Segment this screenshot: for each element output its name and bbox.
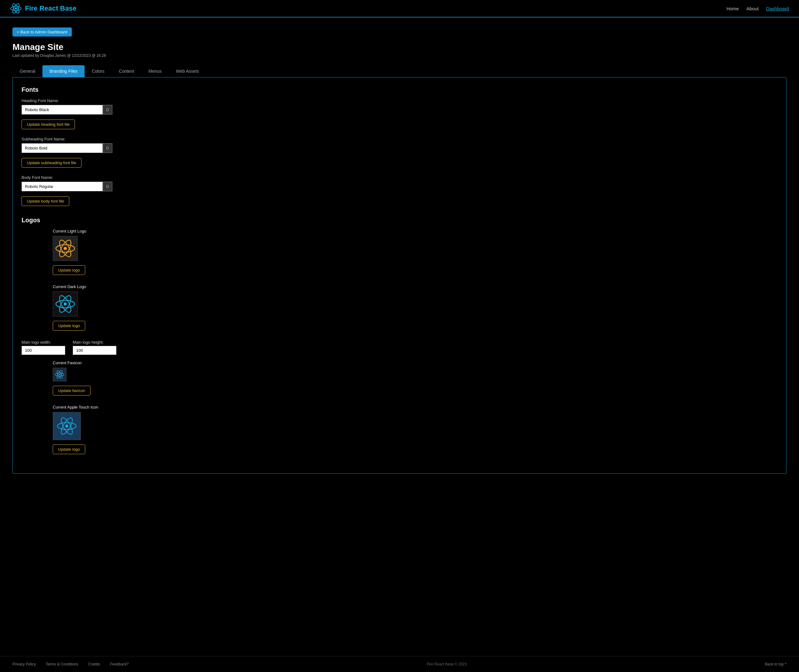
height-input[interactable]	[73, 346, 117, 355]
favicon-icon	[54, 369, 65, 380]
update-light-logo-btn[interactable]: Update logo	[53, 265, 85, 275]
touch-icon-preview	[53, 412, 81, 440]
dark-logo-preview	[53, 291, 78, 317]
dark-logo-title: Current Dark Logo	[53, 284, 86, 289]
react-logo-icon	[10, 3, 22, 14]
logo-dimensions: Main logo width: Main logo height:	[22, 340, 777, 355]
page-subtitle: Last updated by Douglas James @ 12/22/20…	[13, 53, 786, 58]
footer-copyright: Fire React Base © 2023	[427, 662, 467, 666]
back-to-top[interactable]: Back to top ^	[765, 662, 786, 666]
width-group: Main logo width:	[22, 340, 65, 355]
tab-branding-files[interactable]: Branding Files	[42, 65, 85, 77]
nav-links: Home About Dashboard	[726, 6, 789, 11]
favicon-preview	[53, 368, 67, 381]
footer-credits[interactable]: Credits	[88, 662, 100, 666]
light-logo-icon	[54, 238, 76, 259]
update-heading-font-btn[interactable]: Update heading font file	[22, 120, 75, 129]
body-font-input[interactable]	[22, 182, 103, 191]
footer-links: Privacy Policy Terms & Conditions Credit…	[13, 662, 129, 666]
tab-colors[interactable]: Colors	[85, 65, 112, 77]
width-label: Main logo width:	[22, 340, 65, 345]
main-content: < Back to Admin Dashboard Manage Site La…	[0, 18, 799, 656]
footer-terms[interactable]: Terms & Conditions	[46, 662, 78, 666]
footer-privacy[interactable]: Privacy Policy	[13, 662, 36, 666]
touch-icon-block: Current Apple Touch Icon Update logo	[53, 405, 777, 457]
favicon-block: Current Favicon Update favicon	[53, 360, 777, 398]
width-input[interactable]	[22, 346, 65, 355]
heading-font-label: Heading Font Name:	[22, 98, 777, 103]
update-body-font-btn[interactable]: Update body font file	[22, 196, 69, 206]
navbar: Fire React Base Home About Dashboard	[0, 0, 799, 18]
brand: Fire React Base	[10, 3, 726, 14]
page-title: Manage Site	[13, 42, 786, 52]
heading-font-icon-btn[interactable]: D	[103, 105, 112, 115]
footer: Privacy Policy Terms & Conditions Credit…	[0, 656, 799, 672]
tab-web-assets[interactable]: Web Assets	[169, 65, 206, 77]
update-dark-logo-btn[interactable]: Update logo	[53, 321, 85, 331]
fonts-section: Fonts Heading Font Name: D Update headin…	[22, 86, 777, 209]
tab-general[interactable]: General	[13, 65, 42, 77]
height-group: Main logo height:	[73, 340, 117, 355]
svg-point-3	[15, 8, 17, 10]
back-button[interactable]: < Back to Admin Dashboard	[13, 27, 72, 37]
body-font-icon-btn[interactable]: D	[103, 182, 112, 191]
favicon-title: Current Favicon	[53, 360, 81, 365]
tab-menus[interactable]: Menus	[141, 65, 169, 77]
subheading-font-icon-btn[interactable]: D	[103, 143, 112, 153]
heading-font-input[interactable]	[22, 105, 103, 115]
subheading-font-input[interactable]	[22, 143, 103, 153]
update-touch-icon-btn[interactable]: Update logo	[53, 445, 85, 454]
tabs: General Branding Files Colors Content Me…	[13, 65, 786, 77]
logos-title: Logos	[22, 217, 777, 224]
heading-font-row: D	[22, 105, 777, 115]
svg-point-16	[59, 374, 61, 376]
touch-icon-svg	[54, 414, 79, 438]
dark-logo-block: Current Dark Logo Update logo	[53, 284, 777, 334]
brand-text: Fire React Base	[25, 4, 77, 13]
update-favicon-btn[interactable]: Update favicon	[53, 386, 91, 395]
light-logo-block: Current Light Logo Update logo	[53, 229, 777, 278]
fonts-title: Fonts	[22, 86, 777, 93]
footer-feedback[interactable]: Feedback?	[110, 662, 129, 666]
subheading-font-label: Subheading Font Name:	[22, 137, 777, 141]
nav-dashboard[interactable]: Dashboard	[766, 6, 789, 11]
update-subheading-font-btn[interactable]: Update subheading font file	[22, 158, 81, 168]
nav-about[interactable]: About	[746, 6, 758, 11]
nav-home[interactable]: Home	[726, 6, 739, 11]
light-logo-preview	[53, 236, 78, 261]
dark-logo-icon	[54, 293, 76, 315]
subheading-font-row: D	[22, 143, 777, 153]
svg-point-11	[64, 302, 67, 306]
touch-icon-title: Current Apple Touch Icon	[53, 405, 98, 410]
body-font-label: Body Font Name:	[22, 175, 777, 180]
body-font-row: D	[22, 182, 777, 191]
light-logo-title: Current Light Logo	[53, 229, 86, 234]
tab-content[interactable]: Content	[112, 65, 141, 77]
height-label: Main logo height:	[73, 340, 117, 345]
svg-point-7	[64, 247, 67, 250]
panel: Fonts Heading Font Name: D Update headin…	[13, 77, 786, 474]
svg-point-21	[66, 425, 68, 427]
logos-section: Logos Current Light Logo Update logo Cur…	[22, 217, 777, 457]
